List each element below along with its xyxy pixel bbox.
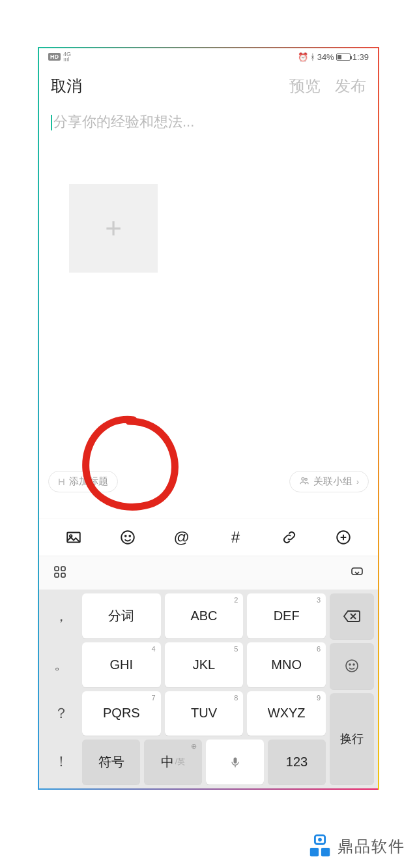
svg-point-15	[349, 664, 351, 665]
link-group-label: 关联小组	[313, 475, 352, 488]
key-comma[interactable]: ，	[42, 592, 81, 640]
key-jkl[interactable]: JKL5	[165, 642, 244, 687]
key-backspace[interactable]	[330, 593, 374, 639]
svg-point-16	[353, 664, 354, 665]
key-enter[interactable]: 换行	[330, 693, 374, 785]
kb-punct-col: ， 。 ？ ！	[42, 592, 81, 786]
clock: 1:39	[352, 52, 369, 62]
mention-button[interactable]: @	[173, 528, 191, 546]
key-mic[interactable]	[206, 740, 264, 785]
svg-point-14	[346, 660, 358, 672]
status-right: ⏰ ᚼ 34% 1:39	[298, 52, 369, 62]
network-indicator: 4Gıııl	[63, 52, 71, 62]
add-title-label: 添加标题	[69, 475, 108, 488]
add-title-pill[interactable]: H 添加标题	[48, 471, 118, 492]
watermark-text: 鼎品软件	[338, 836, 405, 857]
key-wxyz[interactable]: WXYZ9	[247, 691, 326, 736]
plus-icon: +	[105, 212, 122, 245]
hide-keyboard-icon[interactable]	[349, 564, 365, 582]
key-def[interactable]: DEF3	[247, 593, 326, 638]
insert-image-button[interactable]	[65, 528, 83, 546]
alarm-icon: ⏰	[298, 52, 308, 62]
keyboard: ， 。 ？ ！ 分词 ABC2 DEF3 GHI4 JKL5 MNO6 PQRS…	[39, 590, 378, 788]
emoji-button[interactable]	[119, 528, 137, 546]
publish-button[interactable]: 发布	[335, 76, 366, 97]
battery-icon	[336, 53, 351, 61]
editor-placeholder: 分享你的经验和想法...	[51, 112, 366, 138]
svg-rect-9	[61, 567, 65, 571]
people-icon	[299, 475, 309, 488]
key-question[interactable]: ？	[42, 689, 81, 738]
key-symbol[interactable]: 符号	[82, 740, 140, 785]
svg-point-6	[129, 535, 130, 536]
key-pqrs[interactable]: PQRS7	[82, 691, 161, 736]
kb-right-col: 换行	[327, 592, 375, 786]
text-cursor	[51, 115, 52, 130]
add-more-button[interactable]	[334, 528, 352, 546]
tag-row: H 添加标题 关联小组 ›	[39, 471, 378, 492]
key-lang[interactable]: 中/英⊕	[144, 740, 202, 785]
status-left: HD 4Gıııl	[48, 52, 71, 62]
svg-point-1	[305, 478, 307, 480]
cancel-button[interactable]: 取消	[51, 76, 82, 97]
hashtag-button[interactable]: #	[226, 528, 244, 546]
chevron-right-icon: ›	[356, 477, 359, 486]
svg-rect-11	[61, 573, 65, 577]
key-period[interactable]: 。	[42, 640, 81, 689]
svg-rect-20	[321, 848, 330, 856]
editor-toolbar: @ #	[39, 518, 378, 556]
key-tuv[interactable]: TUV8	[165, 691, 244, 736]
nav-bar: 取消 预览 发布	[39, 65, 378, 107]
keyboard-control-bar	[39, 556, 378, 590]
status-bar: HD 4Gıııl ⏰ ᚼ 34% 1:39	[39, 48, 378, 65]
svg-point-0	[302, 477, 304, 480]
battery-percent: 34%	[317, 52, 334, 62]
key-emoji[interactable]	[330, 643, 374, 689]
preview-button[interactable]: 预览	[289, 76, 321, 97]
hd-badge: HD	[48, 53, 61, 61]
editor-area[interactable]: 分享你的经验和想法... +	[39, 107, 378, 278]
key-abc[interactable]: ABC2	[165, 593, 244, 638]
key-segment[interactable]: 分词	[82, 593, 161, 638]
add-image-button[interactable]: +	[69, 184, 158, 273]
key-123[interactable]: 123	[268, 740, 326, 785]
svg-rect-19	[310, 848, 319, 856]
svg-rect-13	[233, 757, 237, 763]
link-button[interactable]	[280, 528, 298, 546]
watermark-logo-icon	[308, 834, 332, 859]
key-exclaim[interactable]: ！	[42, 738, 81, 786]
svg-point-18	[318, 838, 322, 842]
svg-point-4	[121, 531, 134, 544]
watermark: 鼎品软件	[308, 834, 405, 859]
red-circle-annotation	[72, 408, 189, 519]
apps-icon[interactable]	[52, 564, 68, 582]
key-ghi[interactable]: GHI4	[82, 642, 161, 687]
heading-icon: H	[58, 476, 65, 487]
link-group-pill[interactable]: 关联小组 ›	[289, 471, 369, 492]
phone-screen: HD 4Gıııl ⏰ ᚼ 34% 1:39 取消 预览 发布 分享你的经验和想…	[39, 48, 378, 788]
svg-rect-10	[55, 573, 59, 577]
key-mno[interactable]: MNO6	[247, 642, 326, 687]
kb-main-grid: 分词 ABC2 DEF3 GHI4 JKL5 MNO6 PQRS7 TUV8 W…	[81, 592, 327, 786]
svg-point-5	[125, 535, 126, 536]
bluetooth-icon: ᚼ	[310, 52, 315, 62]
svg-rect-8	[55, 567, 59, 571]
